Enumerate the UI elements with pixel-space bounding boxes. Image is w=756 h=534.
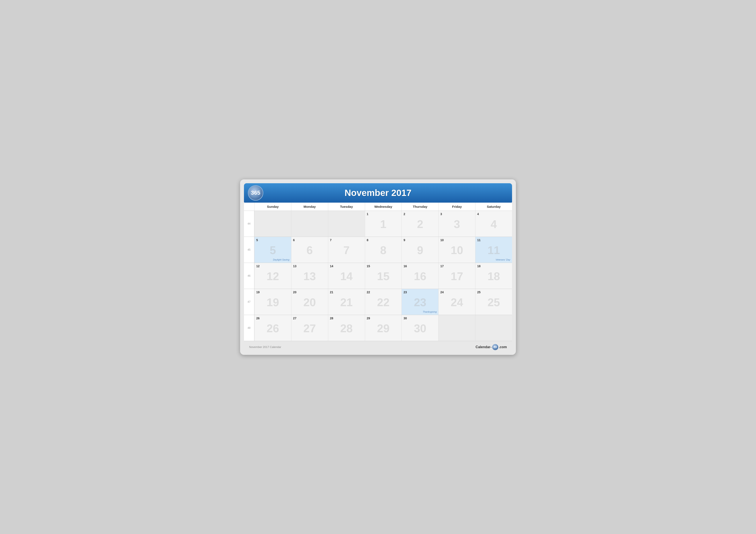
day-number: 30 — [403, 316, 437, 320]
dow-week-spacer — [244, 203, 254, 211]
calendar-day[interactable]: 2828 — [328, 315, 365, 341]
calendar-header: 365 November 2017 — [244, 183, 512, 203]
day-number: 24 — [440, 290, 473, 294]
day-number: 21 — [330, 290, 363, 294]
dow-header-sunday: Sunday — [254, 203, 291, 211]
calendar-day[interactable]: 1313 — [291, 263, 328, 289]
day-number: 4 — [477, 212, 510, 216]
day-number: 7 — [330, 238, 363, 242]
day-watermark: 30 — [414, 322, 426, 335]
calendar-week: 4555Daylight Saving6677889910101111Veter… — [244, 237, 512, 263]
calendar-day[interactable]: 2020 — [291, 289, 328, 315]
day-watermark: 21 — [340, 296, 353, 309]
day-number: 18 — [477, 264, 510, 268]
day-number: 11 — [477, 238, 510, 242]
day-watermark: 26 — [267, 322, 279, 335]
day-watermark: 9 — [417, 244, 423, 257]
calendar-day[interactable] — [291, 211, 328, 237]
calendar-day[interactable] — [254, 211, 291, 237]
dow-header-monday: Monday — [291, 203, 328, 211]
day-watermark: 10 — [451, 244, 463, 257]
day-number: 16 — [403, 264, 437, 268]
week-number: 47 — [244, 289, 254, 315]
calendar-day[interactable]: 1010 — [438, 237, 475, 263]
calendar-day[interactable]: 66 — [291, 237, 328, 263]
dow-header-wednesday: Wednesday — [365, 203, 402, 211]
day-number: 6 — [293, 238, 326, 242]
day-watermark: 4 — [491, 218, 497, 231]
day-number: 8 — [367, 238, 400, 242]
footer-brand-right: .com — [499, 345, 507, 349]
calendar-day[interactable]: 2424 — [438, 289, 475, 315]
calendar-day[interactable]: 88 — [365, 237, 402, 263]
calendar-day[interactable]: 11 — [365, 211, 402, 237]
dow-header-tuesday: Tuesday — [328, 203, 365, 211]
day-watermark: 22 — [377, 296, 390, 309]
calendar-day[interactable]: 1717 — [438, 263, 475, 289]
dow-row: SundayMondayTuesdayWednesdayThursdayFrid… — [244, 203, 512, 211]
calendar-day[interactable]: 22 — [401, 211, 438, 237]
calendar-week: 4411223344 — [244, 211, 512, 237]
calendar-day[interactable]: 1111Veterans' Day — [475, 237, 512, 263]
page-footer: November 2017 Calendar Calendar- 365 .co… — [244, 341, 512, 351]
calendar-day[interactable]: 44 — [475, 211, 512, 237]
week-number: 44 — [244, 211, 254, 237]
calendar-day[interactable]: 2727 — [291, 315, 328, 341]
day-watermark: 25 — [487, 296, 500, 309]
calendar-page: 365 November 2017 SundayMondayTuesdayWed… — [240, 179, 516, 355]
day-watermark: 23 — [414, 296, 426, 309]
day-number: 15 — [367, 264, 400, 268]
day-watermark: 24 — [451, 296, 463, 309]
day-watermark: 17 — [451, 270, 463, 283]
calendar-day[interactable]: 99 — [401, 237, 438, 263]
calendar-day[interactable] — [438, 315, 475, 341]
calendar-day[interactable]: 1919 — [254, 289, 291, 315]
day-watermark: 1 — [380, 218, 387, 231]
calendar-day[interactable]: 2929 — [365, 315, 402, 341]
day-number: 28 — [330, 316, 363, 320]
calendar-day[interactable]: 2525 — [475, 289, 512, 315]
calendar-day[interactable]: 1414 — [328, 263, 365, 289]
calendar-day[interactable]: 2323Thanksgiving — [401, 289, 438, 315]
week-number: 46 — [244, 263, 254, 289]
calendar-day[interactable]: 1515 — [365, 263, 402, 289]
calendar-week: 4826262727282829293030 — [244, 315, 512, 341]
day-watermark: 14 — [340, 270, 353, 283]
footer-brand: Calendar- 365 .com — [475, 344, 507, 350]
footer-365-badge: 365 — [492, 344, 498, 350]
calendar-day[interactable]: 1212 — [254, 263, 291, 289]
day-number: 25 — [477, 290, 510, 294]
calendar-day[interactable]: 2626 — [254, 315, 291, 341]
day-number: 22 — [367, 290, 400, 294]
day-watermark: 29 — [377, 322, 390, 335]
day-watermark: 11 — [487, 244, 500, 257]
calendar-day[interactable] — [475, 315, 512, 341]
day-watermark: 5 — [270, 244, 276, 257]
calendar-day[interactable] — [328, 211, 365, 237]
dow-header-saturday: Saturday — [475, 203, 512, 211]
week-number: 48 — [244, 315, 254, 341]
day-number: 1 — [367, 212, 400, 216]
day-watermark: 15 — [377, 270, 390, 283]
calendar-week: 4719192020212122222323Thanksgiving242425… — [244, 289, 512, 315]
calendar-day[interactable]: 2222 — [365, 289, 402, 315]
calendar-week: 461212131314141515161617171818 — [244, 263, 512, 289]
calendar-day[interactable]: 55Daylight Saving — [254, 237, 291, 263]
day-watermark: 8 — [380, 244, 387, 257]
day-watermark: 6 — [307, 244, 313, 257]
day-number: 23 — [403, 290, 437, 294]
day-number: 20 — [293, 290, 326, 294]
calendar-day[interactable]: 3030 — [401, 315, 438, 341]
week-number: 45 — [244, 237, 254, 263]
day-number: 2 — [403, 212, 437, 216]
calendar-day[interactable]: 77 — [328, 237, 365, 263]
calendar-day[interactable]: 2121 — [328, 289, 365, 315]
calendar-day[interactable]: 1818 — [475, 263, 512, 289]
calendar-day[interactable]: 33 — [438, 211, 475, 237]
day-number: 14 — [330, 264, 363, 268]
dow-header-thursday: Thursday — [401, 203, 438, 211]
calendar-day[interactable]: 1616 — [401, 263, 438, 289]
dow-header-friday: Friday — [438, 203, 475, 211]
day-number: 27 — [293, 316, 326, 320]
day-watermark: 16 — [414, 270, 426, 283]
